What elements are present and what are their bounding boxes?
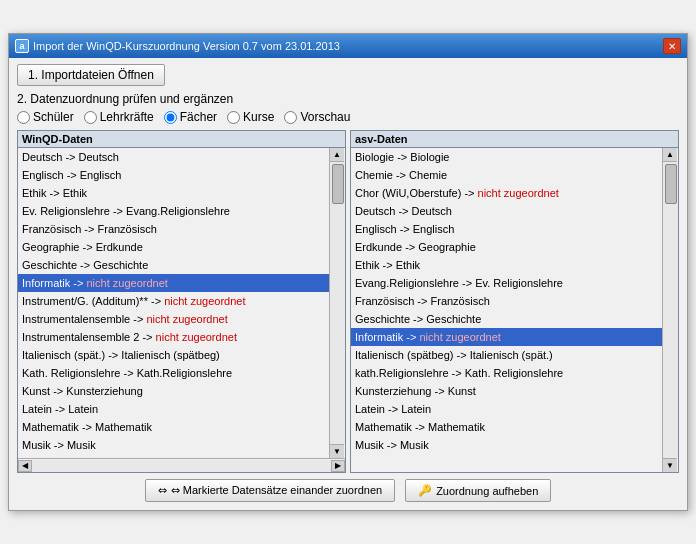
right-scroll-down[interactable]: ▼ [663, 458, 677, 472]
right-list-item[interactable]: kath.Religionslehre -> Kath. Religionsle… [351, 364, 662, 382]
right-list-item[interactable]: Geschichte -> Geschichte [351, 310, 662, 328]
left-scroll-track [330, 162, 345, 444]
right-scroll-track [663, 162, 678, 458]
left-list-item[interactable]: Italienisch (spät.) -> Italienisch (spät… [18, 346, 329, 364]
filter-radio-group: Schüler Lehrkräfte Fächer Kurse Vorschau [17, 110, 679, 124]
right-scroll-thumb[interactable] [665, 164, 677, 204]
left-hscroll-left[interactable]: ◀ [18, 460, 32, 472]
assign-icon: ⇔ [158, 484, 167, 497]
left-scroll-up[interactable]: ▲ [330, 148, 344, 162]
left-list-item[interactable]: Instrumentalensemble -> nicht zugeordnet [18, 310, 329, 328]
import-button[interactable]: 1. Importdateien Öffnen [17, 64, 165, 86]
section2-label: 2. Datenzuordnung prüfen und ergänzen [17, 92, 679, 106]
assign-label: ⇔ Markierte Datensätze einander zuordnen [171, 484, 382, 497]
right-scrollbar[interactable]: ▲ ▼ [662, 148, 678, 472]
app-icon: a [15, 39, 29, 53]
radio-kurse-label[interactable]: Kurse [227, 110, 274, 124]
left-list-item[interactable]: Instrumentalensemble 2 -> nicht zugeordn… [18, 328, 329, 346]
radio-schueler[interactable] [17, 111, 30, 124]
left-list-item[interactable]: Latein -> Latein [18, 400, 329, 418]
left-list-item[interactable]: Mathematik -> Mathematik [18, 418, 329, 436]
radio-faecher[interactable] [164, 111, 177, 124]
radio-kurse[interactable] [227, 111, 240, 124]
right-scroll-up[interactable]: ▲ [663, 148, 677, 162]
left-list-item[interactable]: Ev. Religionslehre -> Evang.Religionsleh… [18, 202, 329, 220]
close-button[interactable]: ✕ [663, 38, 681, 54]
left-scroll-thumb[interactable] [332, 164, 344, 204]
title-bar: a Import der WinQD-Kurszuordnung Version… [9, 34, 687, 58]
left-list-item[interactable]: Kunst -> Kunsterziehung [18, 382, 329, 400]
right-list-item[interactable]: Französisch -> Französisch [351, 292, 662, 310]
right-list-item[interactable]: Chemie -> Chemie [351, 166, 662, 184]
left-panel-container: WinQD-Daten Deutsch -> DeutschEnglisch -… [17, 130, 346, 473]
assign-button[interactable]: ⇔ ⇔ Markierte Datensätze einander zuordn… [145, 479, 395, 502]
radio-schueler-text: Schüler [33, 110, 74, 124]
right-panel-body: Biologie -> BiologieChemie -> ChemieChor… [351, 148, 678, 472]
radio-vorschau[interactable] [284, 111, 297, 124]
right-panel-header: asv-Daten [351, 131, 678, 148]
right-list[interactable]: Biologie -> BiologieChemie -> ChemieChor… [351, 148, 662, 458]
unassign-button[interactable]: 🔑 Zuordnung aufheben [405, 479, 551, 502]
radio-lehrkraefte[interactable] [84, 111, 97, 124]
radio-lehrkraefte-label[interactable]: Lehrkräfte [84, 110, 154, 124]
lists-container: WinQD-Daten Deutsch -> DeutschEnglisch -… [17, 130, 679, 473]
right-list-item[interactable]: Biologie -> Biologie [351, 148, 662, 166]
left-list-item[interactable]: Englisch -> Englisch [18, 166, 329, 184]
left-list-item[interactable]: Geschichte -> Geschichte [18, 256, 329, 274]
right-list-item[interactable]: Orchester (WiU,Oberstufe) -> nicht zugeo… [351, 454, 662, 458]
left-scrollbar[interactable]: ▲ ▼ [329, 148, 345, 458]
left-hscroll-track [32, 460, 331, 472]
window-controls: ✕ [663, 38, 681, 54]
radio-faecher-text: Fächer [180, 110, 217, 124]
content-area: 1. Importdateien Öffnen 2. Datenzuordnun… [9, 58, 687, 510]
window-title: Import der WinQD-Kurszuordnung Version 0… [33, 40, 340, 52]
left-list-item[interactable]: Geographie -> Erdkunde [18, 238, 329, 256]
left-list-item[interactable]: Deutsch -> Deutsch [18, 148, 329, 166]
right-list-item[interactable]: Latein -> Latein [351, 400, 662, 418]
left-list-item[interactable]: Instrument/G. (Additum)** -> nicht zugeo… [18, 292, 329, 310]
main-window: a Import der WinQD-Kurszuordnung Version… [8, 33, 688, 511]
left-list-item[interactable]: Kath. Religionslehre -> Kath.Religionsle… [18, 364, 329, 382]
radio-vorschau-label[interactable]: Vorschau [284, 110, 350, 124]
left-hscroll-right[interactable]: ▶ [331, 460, 345, 472]
radio-vorschau-text: Vorschau [300, 110, 350, 124]
right-list-item[interactable]: Englisch -> Englisch [351, 220, 662, 238]
right-list-item[interactable]: Mathematik -> Mathematik [351, 418, 662, 436]
radio-faecher-label[interactable]: Fächer [164, 110, 217, 124]
right-list-item[interactable]: Informatik -> nicht zugeordnet [351, 328, 662, 346]
left-list-item[interactable]: Französisch -> Französisch [18, 220, 329, 238]
left-scroll-down[interactable]: ▼ [330, 444, 344, 458]
right-list-item[interactable]: Italienisch (spätbeg) -> Italienisch (sp… [351, 346, 662, 364]
left-list[interactable]: Deutsch -> DeutschEnglisch -> EnglischEt… [18, 148, 329, 458]
radio-kurse-text: Kurse [243, 110, 274, 124]
title-bar-left: a Import der WinQD-Kurszuordnung Version… [15, 39, 340, 53]
radio-schueler-label[interactable]: Schüler [17, 110, 74, 124]
bottom-buttons: ⇔ ⇔ Markierte Datensätze einander zuordn… [17, 479, 679, 502]
left-list-item[interactable]: Ethik -> Ethik [18, 184, 329, 202]
left-panel-body: Deutsch -> DeutschEnglisch -> EnglischEt… [18, 148, 345, 458]
right-list-item[interactable]: Chor (WiU,Oberstufe) -> nicht zugeordnet [351, 184, 662, 202]
left-hscrollbar[interactable]: ◀ ▶ [18, 458, 345, 472]
right-panel-container: asv-Daten Biologie -> BiologieChemie -> … [350, 130, 679, 473]
right-list-item[interactable]: Musik -> Musik [351, 436, 662, 454]
unassign-icon: 🔑 [418, 484, 432, 497]
right-list-item[interactable]: Erdkunde -> Geographie [351, 238, 662, 256]
right-list-item[interactable]: Ethik -> Ethik [351, 256, 662, 274]
right-list-item[interactable]: Evang.Religionslehre -> Ev. Religionsleh… [351, 274, 662, 292]
left-panel-header: WinQD-Daten [18, 131, 345, 148]
right-list-item[interactable]: Kunsterziehung -> Kunst [351, 382, 662, 400]
unassign-label: Zuordnung aufheben [436, 485, 538, 497]
radio-lehrkraefte-text: Lehrkräfte [100, 110, 154, 124]
left-list-item[interactable]: Musik -> Musik [18, 436, 329, 454]
right-list-item[interactable]: Deutsch -> Deutsch [351, 202, 662, 220]
left-list-item[interactable]: Informatik -> nicht zugeordnet [18, 274, 329, 292]
